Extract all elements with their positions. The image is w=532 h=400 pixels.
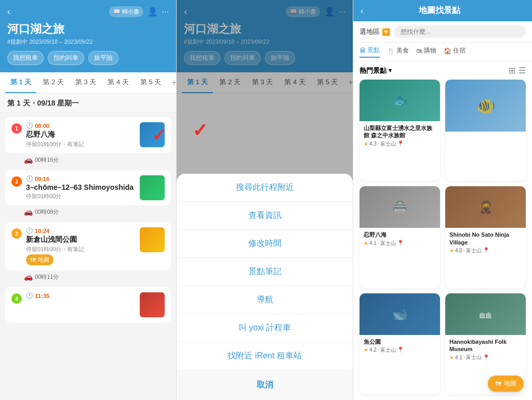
poi-body-0: 山梨縣立富士湧水之里水族館 森之中水族館 ★ 4.3 · 富士山 📍 bbox=[360, 121, 440, 151]
menu-item-irent[interactable]: 找附近 iRent 租車站 bbox=[177, 342, 353, 370]
star-icon-3: ★ bbox=[364, 347, 368, 353]
cat-tab-lodging[interactable]: 🏠 住宿 bbox=[444, 46, 466, 58]
panel3-subheader: 選地區 🔽 bbox=[353, 21, 532, 43]
tab-day5[interactable]: 第 5 天 bbox=[135, 72, 166, 93]
location-icon-1: 📍 bbox=[397, 240, 404, 247]
map-float-button[interactable]: 🗺 地圖 bbox=[488, 376, 524, 392]
hot-header: 熱門景點 ▾ ⊞ ☰ bbox=[353, 61, 532, 80]
region-label: 選地區 bbox=[360, 27, 380, 36]
travel-insurance-button[interactable]: 旅平險 bbox=[88, 51, 118, 65]
menu-item-navigate[interactable]: 導航 bbox=[177, 286, 353, 314]
panel-context-menu: ‹ 📖 轉小書 👤 ··· 河口湖之旅 #規劃中 2023/09/18 – 20… bbox=[177, 0, 353, 400]
stop-time-4: 🕐 11:35 bbox=[26, 292, 136, 299]
stop-detail-2: 停留01時00分 bbox=[26, 192, 136, 200]
stop-thumb-1 bbox=[140, 122, 165, 147]
poi-card-fish[interactable]: 🐠 bbox=[445, 80, 526, 181]
stop-card-1[interactable]: 1 🕐 08:00 忍野八海 停留01時00分・有筆記 ✓ bbox=[5, 117, 171, 153]
cat-tab-shopping[interactable]: 🛍 購物 bbox=[416, 46, 436, 58]
panel-itinerary: ‹ 📖 轉小書 👤 ··· 河口湖之旅 #規劃中 2023/09/18 – 20… bbox=[0, 0, 177, 400]
attractions-icon: 🏛 bbox=[360, 47, 366, 54]
poi-rating-2: ★ 4.0 · 富士山 📍 bbox=[449, 247, 522, 254]
panel1-title: 河口湖之旅 bbox=[7, 21, 169, 37]
stop-info-4: 🕐 11:35 bbox=[26, 292, 136, 299]
transit-2: 🚗 00時08分 bbox=[0, 205, 176, 218]
poi-card-3[interactable]: 🐋 魚公園 ★ 4.2 · 富士山 📍 bbox=[360, 293, 440, 395]
stop-thumb-4 bbox=[140, 292, 165, 317]
poi-name-3: 魚公園 bbox=[364, 338, 436, 345]
panel1-header-top: ‹ 📖 轉小書 👤 ··· bbox=[7, 6, 169, 17]
book-cab-button[interactable]: 預約叫車 bbox=[48, 51, 84, 65]
map-icon-3: 🗺 bbox=[30, 257, 36, 263]
location-icon-4: 📍 bbox=[483, 354, 490, 361]
stop-card-4[interactable]: 4 🕐 11:35 bbox=[5, 287, 171, 322]
grid-view-button[interactable]: ⊞ bbox=[509, 66, 515, 75]
share-icon[interactable]: 👤 bbox=[148, 7, 158, 17]
poi-grid: 🐟 山梨縣立富士湧水之里水族館 森之中水族館 ★ 4.3 · 富士山 📍 � bbox=[353, 80, 532, 400]
tab-day1[interactable]: 第 1 天 bbox=[5, 72, 36, 93]
panel1-actions: 我想租車 預約叫車 旅平險 bbox=[7, 51, 169, 65]
menu-item-taxi[interactable]: 叫 yoxi 計程車 bbox=[177, 314, 353, 342]
transit-icon-3: 🚗 bbox=[24, 273, 33, 281]
poi-card-0[interactable]: 🐟 山梨縣立富士湧水之里水族館 森之中水族館 ★ 4.3 · 富士山 📍 bbox=[360, 80, 440, 181]
poi-img-placeholder-2: 🥷 bbox=[445, 186, 526, 228]
tab-day2[interactable]: 第 2 天 bbox=[37, 72, 69, 93]
panel1-subtitle: #規劃中 2023/09/18 – 2023/09/22 bbox=[7, 38, 169, 46]
panel3-header: ‹ 地圖找景點 bbox=[353, 0, 532, 21]
view-toggle: ⊞ ☰ bbox=[509, 66, 526, 75]
tab-day4[interactable]: 第 4 天 bbox=[102, 72, 134, 93]
convert-book-button[interactable]: 📖 轉小書 bbox=[109, 6, 143, 17]
stop-info-2: 🕐 09:16 3–chōme–12–63 Shimoyoshida 停留01時… bbox=[26, 175, 136, 200]
poi-img-4: 🏘 bbox=[445, 293, 526, 335]
tab-day3[interactable]: 第 3 天 bbox=[70, 72, 101, 93]
list-view-button[interactable]: ☰ bbox=[518, 66, 526, 75]
menu-item-view-info[interactable]: 查看資訊 bbox=[177, 202, 353, 230]
menu-checkmark: ✓ bbox=[192, 120, 208, 141]
region-select-button[interactable]: 選地區 🔽 bbox=[360, 27, 390, 36]
poi-name-1: 忍野八海 bbox=[364, 231, 436, 238]
menu-item-notes[interactable]: 景點筆記 bbox=[177, 258, 353, 286]
location-icon-0: 📍 bbox=[397, 140, 404, 147]
poi-body-2: Shinobi No Sato Ninja Village ★ 4.0 · 富士… bbox=[445, 228, 526, 257]
panel1-header: ‹ 📖 轉小書 👤 ··· 河口湖之旅 #規劃中 2023/09/18 – 20… bbox=[0, 0, 176, 72]
stop-card-2[interactable]: 2 🕐 09:16 3–chōme–12–63 Shimoyoshida 停留0… bbox=[5, 170, 171, 205]
cat-tab-food[interactable]: 🍴 美食 bbox=[387, 46, 409, 58]
star-icon-1: ★ bbox=[364, 240, 368, 246]
menu-item-cancel[interactable]: 取消 bbox=[177, 370, 353, 400]
menu-item-search-nearby[interactable]: 搜尋此行程附近 bbox=[177, 174, 353, 202]
stop-time-2: 🕐 09:16 bbox=[26, 175, 136, 182]
context-menu-overlay: ✓ 搜尋此行程附近 查看資訊 修改時間 景點筆記 導航 叫 yoxi 計程車 找… bbox=[177, 0, 353, 400]
clock-icon-2: 🕐 bbox=[26, 175, 33, 182]
panel1-tabs: 第 1 天 第 2 天 第 3 天 第 4 天 第 5 天 + bbox=[0, 72, 176, 94]
rent-car-button[interactable]: 我想租車 bbox=[7, 51, 44, 65]
stop-detail-3: 停留01時00分・有筆記 bbox=[26, 246, 136, 253]
poi-img-placeholder-3: 🐋 bbox=[360, 293, 440, 335]
food-icon: 🍴 bbox=[387, 47, 395, 55]
poi-card-1[interactable]: 🏯 忍野八海 ★ 4.1 · 富士山 📍 bbox=[360, 186, 440, 288]
hot-chevron-icon[interactable]: ▾ bbox=[389, 67, 392, 74]
back-icon[interactable]: ‹ bbox=[7, 6, 10, 17]
map-button-3[interactable]: 🗺 地圖 bbox=[26, 254, 54, 265]
stop-num-4: 4 bbox=[11, 293, 22, 304]
clock-icon-3: 🕐 bbox=[26, 227, 33, 234]
stop-thumb-2 bbox=[140, 175, 165, 200]
poi-img-placeholder-0: 🐟 bbox=[360, 80, 440, 121]
cat-tab-attractions[interactable]: 🏛 景點 bbox=[360, 46, 380, 58]
stop-card-3[interactable]: 3 🕐 10:24 新倉山浅間公園 停留01時00分・有筆記 🗺 地圖 bbox=[5, 222, 171, 270]
add-day-button[interactable]: + bbox=[167, 73, 177, 93]
poi-search-input[interactable] bbox=[394, 25, 526, 38]
stop-num-3: 3 bbox=[11, 228, 22, 239]
transit-icon-2: 🚗 bbox=[24, 208, 33, 216]
stop-thumb-3 bbox=[140, 227, 165, 252]
map-float-icon: 🗺 bbox=[495, 380, 501, 388]
lodging-icon: 🏠 bbox=[444, 47, 451, 55]
more-icon[interactable]: ··· bbox=[162, 7, 169, 17]
stop-num-2: 2 bbox=[11, 176, 22, 187]
menu-item-edit-time[interactable]: 修改時間 bbox=[177, 230, 353, 258]
poi-card-2[interactable]: 🥷 Shinobi No Sato Ninja Village ★ 4.0 · … bbox=[445, 186, 526, 288]
poi-img-placeholder-4: 🏘 bbox=[445, 293, 526, 335]
itinerary-list: 1 🕐 08:00 忍野八海 停留01時00分・有筆記 ✓ 🚗 00時16分 2… bbox=[0, 113, 176, 400]
clock-icon-1: 🕐 bbox=[26, 122, 33, 129]
panel-map-poi: ‹ 地圖找景點 選地區 🔽 🏛 景點 🍴 美食 🛍 購物 bbox=[353, 0, 532, 400]
stop-name-1: 忍野八海 bbox=[26, 130, 136, 139]
transit-icon-1: 🚗 bbox=[24, 156, 33, 164]
